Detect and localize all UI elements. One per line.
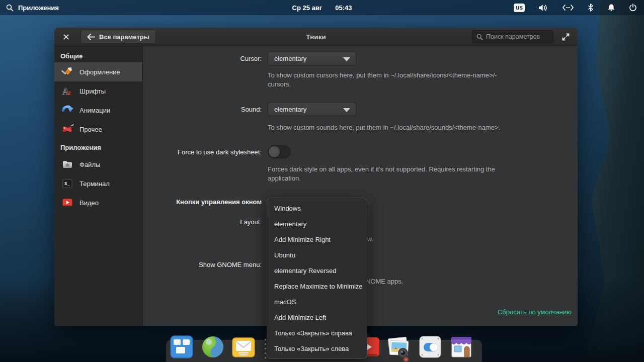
- svg-text:$_: $_: [64, 182, 70, 187]
- sidebar-item-label: Анимации: [79, 107, 110, 114]
- sidebar: Общие Оформление A: [54, 46, 143, 326]
- layout-option[interactable]: macOS: [267, 294, 367, 310]
- sidebar-item-label: Файлы: [79, 161, 100, 168]
- svg-text:a: a: [67, 88, 71, 97]
- layout-option[interactable]: elementary: [267, 216, 367, 232]
- animations-icon: [61, 104, 73, 116]
- dock-indicator-glow: [403, 356, 410, 362]
- back-arrow-icon: [87, 34, 95, 40]
- dock-separator: [265, 339, 266, 361]
- sound-label: Sound:: [143, 106, 262, 113]
- chevron-down-icon: [343, 108, 350, 112]
- sound-help: To show custom sounds here, put them in …: [268, 123, 504, 132]
- gnome-menu-label: Show GNOME menu:: [143, 261, 262, 268]
- sidebar-item-terminal[interactable]: $_ Терминал: [54, 174, 142, 193]
- layout-option[interactable]: Replace Maximize to Minimize: [267, 279, 367, 294]
- search-icon: [6, 4, 14, 12]
- toggle-knob: [269, 146, 280, 157]
- sound-select[interactable]: elementary: [268, 103, 356, 116]
- mail-icon[interactable]: [230, 334, 257, 360]
- sidebar-item-animations[interactable]: Анимации: [54, 101, 142, 120]
- layout-option[interactable]: Add Minimize Left: [267, 310, 367, 325]
- sidebar-item-appearance[interactable]: Оформление: [54, 62, 142, 81]
- search-input[interactable]: [486, 33, 549, 40]
- search-icon: [476, 34, 483, 40]
- video-icon: [61, 197, 73, 209]
- reset-defaults-link[interactable]: Сбросить по умолчанию: [498, 308, 572, 316]
- layout-option[interactable]: elementary Reversed: [267, 263, 367, 279]
- dark-stylesheet-toggle[interactable]: [268, 145, 291, 158]
- cursor-select[interactable]: elementary: [268, 52, 356, 65]
- terminal-icon: $_: [61, 177, 73, 190]
- sidebar-item-misc[interactable]: Прочее: [54, 120, 142, 139]
- sidebar-item-video[interactable]: Видео: [54, 193, 142, 212]
- sidebar-item-label: Шрифты: [79, 87, 106, 95]
- web-browser-icon[interactable]: [200, 334, 226, 360]
- gnome-help-fragment: NOME apps.: [366, 278, 403, 285]
- notifications-icon[interactable]: [607, 4, 615, 12]
- layout-help-fragment: w.: [367, 235, 373, 243]
- chevron-down-icon: [343, 57, 350, 61]
- settings-icon[interactable]: [417, 334, 443, 360]
- system-indicators: us: [514, 4, 637, 12]
- sidebar-item-label: Оформление: [79, 68, 120, 76]
- sidebar-item-label: Прочее: [79, 126, 102, 133]
- sidebar-item-label: Терминал: [79, 180, 110, 188]
- sidebar-item-label: Видео: [79, 199, 99, 207]
- cursor-label: Cursor:: [143, 55, 262, 62]
- fullscreen-button[interactable]: [560, 32, 571, 42]
- close-icon: [63, 34, 69, 40]
- workspaces-icon[interactable]: [169, 334, 195, 360]
- time-label: 05:43: [335, 4, 352, 12]
- layout-option[interactable]: Только «Закрыть» справа: [267, 325, 367, 341]
- layout-option[interactable]: Add Minimize Right: [267, 232, 367, 247]
- date-label: Ср 25 авг: [292, 4, 323, 12]
- sidebar-item-files[interactable]: Файлы: [54, 155, 142, 174]
- titlebar[interactable]: Все параметры Твики: [54, 28, 578, 46]
- expand-icon: [561, 33, 570, 41]
- all-settings-label: Все параметры: [99, 33, 149, 41]
- cursor-help: To show custom cursors here, put them in…: [268, 71, 504, 89]
- dark-stylesheet-label: Force to use dark stylesheet:: [143, 148, 262, 156]
- keyboard-layout-indicator[interactable]: us: [514, 4, 525, 12]
- window-title: Твики: [306, 33, 326, 41]
- close-button[interactable]: [58, 30, 73, 44]
- sidebar-section-applications: Приложения: [54, 140, 142, 155]
- bluetooth-icon[interactable]: [588, 4, 594, 12]
- applications-menu[interactable]: Приложения: [0, 4, 59, 12]
- tweaks-icon: [61, 123, 73, 135]
- layout-option[interactable]: Ubuntu: [267, 247, 367, 263]
- layout-label: Layout:: [143, 218, 262, 226]
- layout-option[interactable]: Только «Закрыть» слева: [267, 341, 367, 356]
- window-buttons-header: Кнопки управления окном: [143, 198, 262, 206]
- network-icon[interactable]: [562, 4, 574, 11]
- sidebar-section-general: Общие: [54, 49, 142, 62]
- power-icon[interactable]: [629, 4, 637, 12]
- volume-icon[interactable]: [538, 4, 548, 12]
- layout-option[interactable]: Windows: [267, 201, 367, 216]
- files-icon: [61, 158, 73, 170]
- applications-menu-label: Приложения: [18, 4, 59, 12]
- appearance-icon: [61, 66, 73, 78]
- photos-icon[interactable]: [386, 334, 412, 360]
- clock[interactable]: Ср 25 авг 05:43: [292, 4, 352, 12]
- sidebar-item-fonts[interactable]: A a Шрифты: [54, 81, 142, 101]
- dark-stylesheet-help: Forces dark style on all apps, even if i…: [268, 165, 504, 183]
- app-store-icon[interactable]: [448, 334, 474, 360]
- fonts-icon: A a: [61, 85, 73, 97]
- top-panel: Приложения Ср 25 авг 05:43 us: [0, 0, 644, 15]
- all-settings-button[interactable]: Все параметры: [80, 30, 156, 44]
- settings-search[interactable]: [472, 30, 553, 43]
- layout-dropdown-popup: Windows elementary Add Minimize Right Ub…: [267, 198, 367, 359]
